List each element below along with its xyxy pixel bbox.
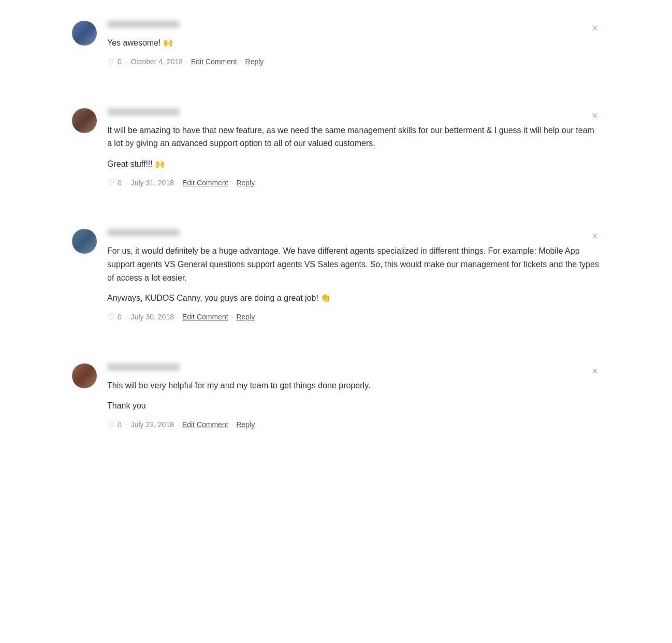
like-count: 0 (118, 313, 122, 321)
comment-meta: ♡0·July 23, 2018·Edit Comment·Reply (107, 420, 600, 430)
separator: · (240, 57, 242, 66)
comment-item-4: This will be very helpful for my and my … (72, 363, 600, 450)
comment-item-1: Yes awesome! 🙌♡0·October 4, 2018·Edit Co… (72, 21, 600, 87)
comment-date: July 23, 2018 (131, 420, 174, 429)
reply-link[interactable]: Reply (236, 420, 255, 429)
avatar (72, 21, 97, 46)
heart-icon[interactable]: ♡ (107, 57, 114, 67)
heart-icon[interactable]: ♡ (107, 178, 114, 187)
like-count: 0 (118, 179, 122, 187)
comment-item-3: For us, it would definitely be a huge ad… (72, 229, 600, 342)
separator: · (177, 313, 179, 321)
reply-link[interactable]: Reply (245, 57, 264, 66)
separator: · (126, 179, 128, 187)
separator: · (126, 313, 128, 321)
comment-text: It will be amazing to have that new feat… (107, 124, 600, 171)
edit-comment-link[interactable]: Edit Comment (191, 57, 237, 66)
comment-username (107, 363, 180, 371)
comment-item-2: It will be amazing to have that new feat… (72, 108, 600, 209)
avatar (72, 108, 97, 133)
comment-content: This will be very helpful for my and my … (107, 363, 600, 430)
like-count: 0 (118, 420, 122, 429)
close-button[interactable]: × (590, 229, 600, 243)
separator: · (126, 420, 128, 429)
comment-text: This will be very helpful for my and my … (107, 379, 600, 413)
comments-container: Yes awesome! 🙌♡0·October 4, 2018·Edit Co… (51, 10, 621, 481)
heart-icon[interactable]: ♡ (107, 420, 114, 430)
comment-text: Yes awesome! 🙌 (107, 36, 600, 50)
edit-comment-link[interactable]: Edit Comment (182, 313, 228, 321)
comment-date: July 30, 2018 (131, 313, 174, 321)
comment-content: It will be amazing to have that new feat… (107, 108, 600, 188)
comment-content: For us, it would definitely be a huge ad… (107, 229, 600, 322)
separator: · (186, 57, 188, 66)
separator: · (126, 57, 128, 66)
close-button[interactable]: × (590, 108, 600, 123)
comment-meta: ♡0·October 4, 2018·Edit Comment·Reply (107, 57, 600, 67)
separator: · (177, 420, 179, 429)
reply-link[interactable]: Reply (236, 313, 255, 321)
comment-meta: ♡0·July 31, 2018·Edit Comment·Reply (107, 178, 600, 187)
reply-link[interactable]: Reply (236, 179, 255, 187)
avatar (72, 363, 97, 388)
comment-username (107, 108, 180, 115)
separator: · (177, 179, 179, 187)
close-button[interactable]: × (590, 363, 600, 378)
comment-username (107, 229, 180, 236)
separator: · (231, 179, 233, 187)
comment-date: October 4, 2018 (131, 57, 183, 66)
avatar (72, 229, 97, 254)
edit-comment-link[interactable]: Edit Comment (182, 179, 228, 187)
comment-date: July 31, 2018 (131, 179, 174, 187)
separator: · (231, 420, 233, 429)
comment-username (107, 21, 180, 28)
close-button[interactable]: × (590, 21, 600, 35)
edit-comment-link[interactable]: Edit Comment (182, 420, 228, 429)
comment-content: Yes awesome! 🙌♡0·October 4, 2018·Edit Co… (107, 21, 600, 67)
like-count: 0 (118, 57, 122, 66)
comment-text: For us, it would definitely be a huge ad… (107, 244, 600, 304)
heart-icon[interactable]: ♡ (107, 312, 114, 322)
comment-meta: ♡0·July 30, 2018·Edit Comment·Reply (107, 312, 600, 322)
separator: · (231, 313, 233, 321)
